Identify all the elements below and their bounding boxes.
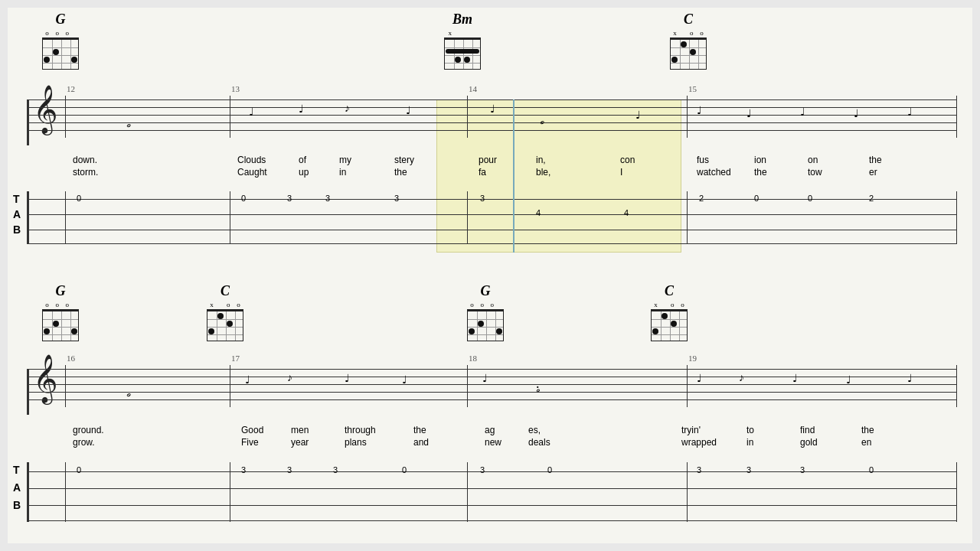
tab2-line-a (27, 488, 957, 489)
lyric2-through: through (345, 425, 376, 435)
tab-label-a2: A (13, 481, 21, 494)
note-r2-m19-1: ♩ (697, 372, 702, 385)
measure-bar2-end (956, 365, 957, 407)
chord-dot (464, 57, 470, 63)
tab-num-a-1: 4 (624, 208, 629, 217)
measure-bar-15 (687, 96, 688, 138)
measure-bar2-18 (467, 365, 468, 407)
tab-num-t-1: 0 (241, 194, 246, 203)
lyric2-gold: gold (800, 437, 818, 448)
lyric-fus: fus (697, 155, 709, 165)
tab-label-b: B (13, 223, 21, 236)
lyric-pour: pour (479, 155, 497, 165)
lyric2-deals: deals (528, 437, 550, 448)
measure-num-13: 13 (231, 84, 240, 93)
staff-line-4 (27, 122, 957, 123)
tab2-line-b (27, 505, 957, 506)
tab-line-bottom (27, 243, 957, 244)
note-m14-1: ♩ (490, 103, 495, 116)
lyric2-ag: ag (485, 425, 495, 435)
tab-bar-12 (65, 191, 66, 243)
note-m15-2: ♩ (746, 107, 752, 120)
tab2-num-7: 3 (697, 465, 701, 474)
note-m13-4: ♩ (406, 104, 411, 117)
tab-label-t: T (13, 193, 20, 205)
lyric2-es: es, (528, 425, 541, 435)
lyric2-the: the (413, 425, 426, 435)
staff2-line-4 (27, 392, 957, 393)
tab2-num-8: 3 (746, 465, 751, 474)
lyric-con: con (620, 155, 635, 165)
chord-name-g2: G (56, 283, 66, 299)
lyric-ion: ion (754, 155, 766, 165)
chord-g-row2b: G o o o (467, 283, 504, 341)
playback-line (513, 99, 514, 253)
lyric-ble: ble, (536, 167, 550, 178)
treble-clef-row1: 𝄞 (33, 88, 58, 130)
note-r2-m19-5: ♩ (907, 372, 913, 385)
measure-bar-end1 (956, 96, 957, 138)
sheet-music-container: G o o o Bm x (8, 8, 972, 543)
tab-num-t-2: 3 (287, 194, 292, 203)
chord-grid-c1 (670, 37, 707, 70)
chord-grid-g1 (42, 37, 79, 70)
lyric-fa: fa (479, 167, 486, 178)
note-r2-m19-4: ♩ (846, 373, 851, 386)
tab-label-a: A (13, 208, 21, 220)
tab2-bar-17 (230, 462, 230, 522)
tab-line-t (27, 199, 957, 200)
lyric2-tryin: tryin' (681, 425, 701, 435)
chord-c-row2a: C x o o (207, 283, 243, 341)
lyric-clouds: Clouds (237, 155, 266, 165)
lyric2-grow: grow. (73, 437, 95, 448)
tab-num-t-7: 0 (754, 194, 759, 203)
tab-num-t-6: 2 (699, 194, 704, 203)
tab2-bar-end (956, 462, 957, 522)
note-m15-4: ♩ (854, 107, 859, 120)
measure-num-15: 15 (688, 84, 697, 93)
lyric-er: er (869, 167, 877, 178)
tab2-num-5: 3 (480, 465, 485, 474)
lyric2-ground: ground. (73, 425, 104, 435)
note-m13-2: ♩ (299, 103, 304, 116)
tab2-num-9: 3 (800, 465, 805, 474)
measure-bar-14 (467, 96, 468, 138)
tab-bar-14 (467, 191, 468, 243)
tab2-line-bottom (27, 520, 957, 521)
chord-dot (478, 321, 484, 327)
chord-c-row1: C x o o (670, 11, 707, 70)
staff-row1: 𝄞 12 13 14 15 𝅗 ♩ ♩ ♪ ♩ ♩ 𝅗 ♩ ♩ ♩ ♩ ♩ (27, 99, 957, 145)
tab-line-a (27, 214, 957, 215)
chord-name-bm: Bm (452, 11, 472, 28)
chord-dot (690, 49, 696, 55)
chord-dot (227, 321, 233, 327)
tab-label-t2: T (13, 464, 20, 476)
chord-dot (53, 321, 59, 327)
tab-num-t-4: 3 (394, 194, 399, 203)
chord-dot (53, 49, 59, 55)
lyric2-in: in (746, 437, 753, 448)
measure-num-12: 12 (67, 84, 75, 93)
measure-num2-18: 18 (469, 354, 477, 363)
tab-row2: T A B 0 3 3 3 0 3 0 3 3 3 0 (27, 462, 957, 523)
lyric2-wrapped: wrapped (681, 437, 717, 448)
note-m15-5: ♩ (907, 106, 913, 119)
tab-num-t-5: 3 (480, 194, 485, 203)
tab-bar-13 (230, 191, 230, 243)
lyric-of: of (299, 155, 306, 165)
lyric-up: up (299, 167, 309, 178)
chord-grid-c2b (651, 309, 688, 341)
lyric2-plans: plans (345, 437, 367, 448)
tab2-num-1: 3 (241, 465, 246, 474)
chord-dot (671, 321, 677, 327)
tab-num-a-0: 4 (536, 208, 541, 217)
lyric-storm: storm. (73, 167, 98, 178)
lyric2-five: Five (241, 437, 259, 448)
lyric2-find: find (800, 425, 815, 435)
tab-num-t-8: 0 (808, 194, 812, 203)
staff-line-1 (27, 99, 957, 100)
note-m15-3: ♩ (800, 106, 805, 119)
chord-dot (217, 313, 224, 319)
lyric-watched: watched (697, 167, 731, 178)
staff-row2: 𝄞 16 17 18 19 𝅗 ♩ ♪ ♩ ♩ ♩ 𝅗· ♩ ♪ ♩ ♩ ♩ (27, 369, 957, 415)
